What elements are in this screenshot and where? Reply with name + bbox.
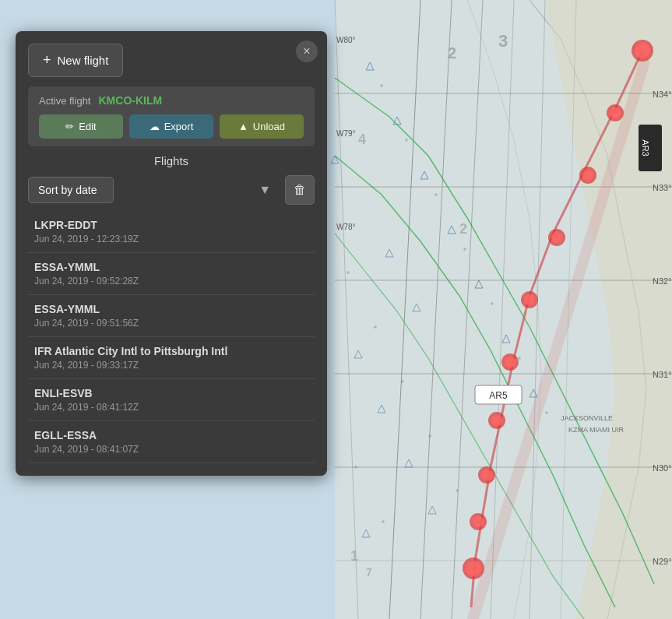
svg-text:N31°: N31°	[653, 370, 672, 379]
flights-section: Flights Sort by dateSort by name ▼ 🗑 LKP…	[28, 154, 315, 463]
svg-text:7: 7	[366, 566, 372, 579]
flights-title: Flights	[28, 154, 315, 167]
svg-text:W78°: W78°	[336, 223, 356, 231]
sort-select-wrapper: Sort by dateSort by name ▼	[28, 177, 279, 203]
flight-list-item[interactable]: ESSA-YMML Jun 24, 2019 - 09:52:28Z	[28, 253, 315, 295]
svg-point-63	[582, 170, 593, 181]
flight-date: Jun 24, 2019 - 12:23:19Z	[34, 234, 308, 244]
unload-icon: ▲	[238, 121, 248, 132]
close-button[interactable]: ×	[296, 40, 318, 62]
flight-date: Jun 24, 2019 - 09:52:28Z	[34, 276, 308, 287]
flight-route: LKPR-EDDT	[34, 219, 308, 231]
svg-text:4: 4	[358, 132, 366, 147]
svg-point-77	[466, 561, 481, 576]
flight-route: IFR Atlantic City Intl to Pittsburgh Int…	[34, 345, 308, 357]
export-icon: ☁	[150, 121, 160, 132]
svg-point-73	[481, 470, 492, 480]
svg-text:AR5: AR5	[489, 390, 508, 401]
svg-text:AR3: AR3	[641, 139, 650, 156]
flight-list-item[interactable]: IFR Atlantic City Intl to Pittsburgh Int…	[28, 337, 315, 379]
edit-button[interactable]: ✏ Edit	[39, 114, 123, 139]
svg-point-75	[473, 516, 484, 527]
plus-icon: +	[43, 52, 51, 69]
svg-point-67	[524, 294, 535, 305]
flight-date: Jun 24, 2019 - 08:41:12Z	[34, 402, 308, 413]
chevron-down-icon: ▼	[259, 183, 271, 197]
flight-list: LKPR-EDDT Jun 24, 2019 - 12:23:19Z ESSA-…	[28, 211, 315, 463]
svg-point-69	[505, 357, 515, 368]
svg-text:JACKSONVILLE: JACKSONVILLE	[561, 414, 613, 422]
flight-route: ESSA-YMML	[34, 303, 308, 315]
svg-point-61	[610, 107, 621, 118]
svg-text:W80°: W80°	[336, 36, 356, 44]
flight-list-item[interactable]: LKPR-EDDT Jun 24, 2019 - 12:23:19Z	[28, 211, 315, 253]
active-flight-route: KMCO-KILM	[99, 94, 163, 107]
svg-text:2: 2	[459, 221, 467, 237]
flight-panel: × + New flight Active flight KMCO-KILM ✏…	[16, 31, 327, 476]
svg-point-71	[491, 415, 502, 426]
flight-route: EGLL-ESSA	[34, 429, 308, 441]
svg-text:N34°: N34°	[653, 90, 672, 99]
flight-date: Jun 24, 2019 - 08:41:07Z	[34, 444, 308, 455]
flight-route: ESSA-YMML	[34, 261, 308, 273]
svg-text:KZMA MIAMI UIR: KZMA MIAMI UIR	[568, 426, 625, 434]
svg-text:N30°: N30°	[653, 463, 672, 473]
edit-icon: ✏	[65, 121, 74, 132]
unload-button[interactable]: ▲ Unload	[220, 114, 304, 139]
export-button[interactable]: ☁ Export	[129, 114, 213, 139]
active-flight-bar: Active flight KMCO-KILM ✏ Edit ☁ Export …	[28, 86, 315, 146]
delete-all-button[interactable]: 🗑	[285, 175, 315, 205]
flight-list-item[interactable]: ESSA-YMML Jun 24, 2019 - 09:51:56Z	[28, 295, 315, 337]
svg-text:2: 2	[448, 44, 456, 62]
flight-route: ENLI-ESVB	[34, 387, 308, 399]
flight-list-item[interactable]: ENLI-ESVB Jun 24, 2019 - 08:41:12Z	[28, 379, 315, 421]
svg-point-59	[635, 43, 650, 58]
new-flight-button[interactable]: + New flight	[28, 44, 123, 77]
sort-select[interactable]: Sort by dateSort by name	[28, 177, 114, 203]
svg-text:W79°: W79°	[336, 129, 356, 138]
flight-date: Jun 24, 2019 - 09:51:56Z	[34, 318, 308, 329]
svg-text:N32°: N32°	[653, 276, 672, 286]
flight-list-item[interactable]: EGLL-ESSA Jun 24, 2019 - 08:41:07Z	[28, 421, 315, 463]
svg-text:3: 3	[498, 31, 508, 51]
svg-text:N29°: N29°	[653, 557, 672, 566]
flight-date: Jun 24, 2019 - 09:33:17Z	[34, 360, 308, 371]
svg-text:1: 1	[350, 548, 358, 564]
svg-point-65	[551, 232, 562, 243]
svg-text:N33°: N33°	[653, 183, 672, 192]
